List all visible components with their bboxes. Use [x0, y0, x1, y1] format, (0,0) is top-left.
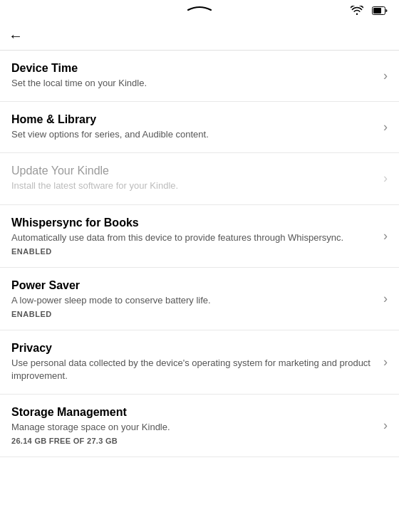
menu-item-whispersync[interactable]: Whispersync for BooksAutomatically use d… — [0, 205, 399, 268]
menu-item-content-storage-management: Storage ManagementManage storage space o… — [11, 406, 376, 444]
menu-item-power-saver[interactable]: Power SaverA low-power sleep mode to con… — [0, 268, 399, 330]
menu-item-chevron-home-library: › — [383, 120, 388, 135]
menu-item-title-privacy: Privacy — [11, 342, 376, 355]
menu-item-chevron-whispersync: › — [383, 229, 388, 244]
menu-item-title-device-time: Device Time — [11, 62, 376, 75]
menu-item-privacy[interactable]: PrivacyUse personal data collected by th… — [0, 330, 399, 395]
menu-item-chevron-privacy: › — [383, 355, 388, 370]
menu-item-chevron-device-time: › — [383, 68, 388, 83]
menu-item-desc-update-kindle: Install the latest software for your Kin… — [11, 179, 376, 192]
menu-item-content-privacy: PrivacyUse personal data collected by th… — [11, 342, 376, 382]
battery-icon — [372, 6, 388, 17]
menu-item-title-power-saver: Power Saver — [11, 279, 376, 292]
menu-item-title-storage-management: Storage Management — [11, 406, 376, 419]
menu-list: Device TimeSet the local time on your Ki… — [0, 51, 399, 457]
amazon-swoop-logo — [185, 4, 214, 16]
menu-item-content-whispersync: Whispersync for BooksAutomatically use d… — [11, 217, 376, 256]
menu-item-desc-privacy: Use personal data collected by the devic… — [11, 357, 376, 382]
menu-item-desc-whispersync: Automatically use data from this device … — [11, 231, 376, 244]
status-right — [351, 6, 388, 18]
menu-item-update-kindle: Update Your KindleInstall the latest sof… — [0, 153, 399, 204]
menu-item-title-update-kindle: Update Your Kindle — [11, 165, 376, 177]
back-button[interactable]: ← — [9, 28, 23, 44]
svg-rect-1 — [373, 8, 381, 14]
menu-item-chevron-update-kindle: › — [383, 171, 388, 186]
menu-item-status-power-saver: ENABLED — [11, 310, 376, 318]
menu-item-home-library[interactable]: Home & LibrarySet view options for serie… — [0, 102, 399, 153]
menu-item-title-whispersync: Whispersync for Books — [11, 217, 376, 229]
menu-item-status-storage-management: 26.14 GB FREE OF 27.3 GB — [11, 437, 376, 445]
menu-item-storage-management[interactable]: Storage ManagementManage storage space o… — [0, 395, 399, 457]
menu-item-status-whispersync: ENABLED — [11, 247, 376, 256]
menu-item-content-device-time: Device TimeSet the local time on your Ki… — [11, 62, 376, 90]
menu-item-desc-device-time: Set the local time on your Kindle. — [11, 77, 376, 90]
menu-item-device-time[interactable]: Device TimeSet the local time on your Ki… — [0, 51, 399, 102]
menu-item-desc-power-saver: A low-power sleep mode to conserve batte… — [11, 294, 376, 307]
status-bar — [0, 0, 399, 22]
menu-item-title-home-library: Home & Library — [11, 113, 376, 126]
menu-item-desc-home-library: Set view options for series, and Audible… — [11, 128, 376, 141]
menu-item-chevron-power-saver: › — [383, 291, 388, 306]
wifi-icon — [351, 6, 363, 18]
menu-item-content-power-saver: Power SaverA low-power sleep mode to con… — [11, 279, 376, 318]
menu-item-chevron-storage-management: › — [383, 418, 388, 433]
menu-item-desc-storage-management: Manage storage space on your Kindle. — [11, 421, 376, 434]
menu-item-content-home-library: Home & LibrarySet view options for serie… — [11, 113, 376, 141]
menu-item-content-update-kindle: Update Your KindleInstall the latest sof… — [11, 165, 376, 192]
nav-bar: ← — [0, 22, 399, 51]
